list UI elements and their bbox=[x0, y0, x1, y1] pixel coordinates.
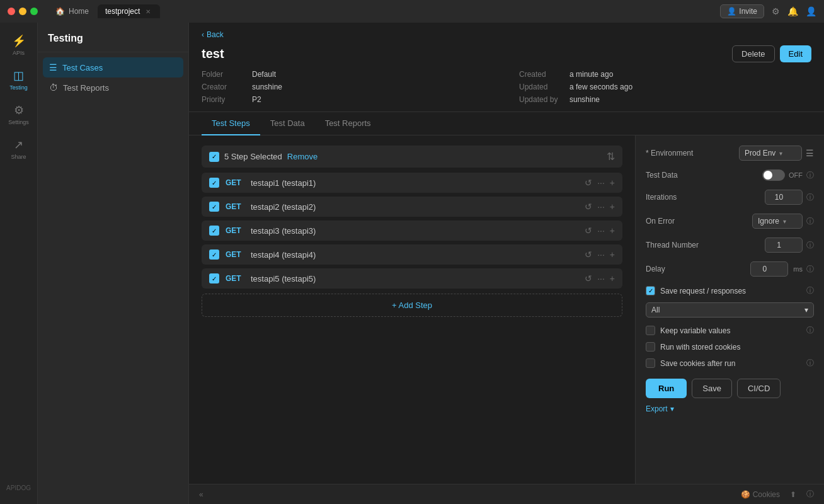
step-more-icon-1[interactable]: ··· bbox=[597, 178, 605, 188]
keep-variables-label: Keep variable values bbox=[660, 326, 801, 335]
info-icon-iterations[interactable]: ⓘ bbox=[806, 192, 814, 203]
tab-close-icon[interactable]: ✕ bbox=[144, 7, 152, 16]
created-label: Created bbox=[519, 70, 564, 79]
info-icon-delay[interactable]: ⓘ bbox=[806, 264, 814, 275]
tab-test-data[interactable]: Test Data bbox=[260, 112, 315, 135]
step-more-icon-2[interactable]: ··· bbox=[597, 202, 605, 212]
step-checkbox-3[interactable]: ✓ bbox=[209, 226, 219, 236]
step-checkbox-4[interactable]: ✓ bbox=[209, 249, 219, 260]
step-checkbox-1[interactable]: ✓ bbox=[209, 178, 219, 188]
save-responses-label: Save request / responses bbox=[660, 287, 801, 295]
close-window-button[interactable] bbox=[8, 8, 15, 15]
export-link[interactable]: Export ▾ bbox=[646, 404, 814, 413]
apis-label: APIs bbox=[13, 50, 25, 56]
priority-value: P2 bbox=[252, 95, 261, 104]
step-add-icon-4[interactable]: + bbox=[610, 249, 615, 260]
on-error-dropdown[interactable]: Ignore ▾ bbox=[752, 214, 803, 229]
created-value: a minute ago bbox=[569, 70, 613, 79]
environment-dropdown[interactable]: Prod Env ▾ bbox=[739, 146, 802, 161]
table-row: ✓ GET testapi5 (testapi5) ↺ ··· + bbox=[202, 268, 622, 289]
traffic-lights bbox=[8, 8, 38, 15]
nav-item-test-reports[interactable]: ⏱ Test Reports bbox=[43, 77, 183, 98]
delay-input[interactable] bbox=[750, 261, 788, 277]
run-stored-cookies-row: Run with stored cookies bbox=[646, 342, 814, 352]
test-data-toggle[interactable]: OFF bbox=[762, 169, 803, 181]
step-add-icon-1[interactable]: + bbox=[610, 178, 615, 188]
delay-field[interactable] bbox=[757, 265, 782, 273]
on-error-control: Ignore ▾ ⓘ bbox=[752, 214, 814, 229]
step-replay-icon-5[interactable]: ↺ bbox=[585, 273, 592, 284]
step-replay-icon-1[interactable]: ↺ bbox=[585, 178, 592, 188]
steps-area: ✓ 5 Step Selected Remove ⇅ ✓ GET testapi… bbox=[189, 135, 635, 484]
testing-label: Testing bbox=[9, 84, 28, 91]
save-button[interactable]: Save bbox=[692, 379, 732, 398]
iterations-input[interactable] bbox=[765, 190, 803, 205]
save-responses-checkbox[interactable]: ✓ bbox=[646, 286, 655, 295]
meta-created: Created a minute ago bbox=[519, 70, 811, 79]
back-link[interactable]: ‹ Back bbox=[202, 30, 811, 39]
run-stored-cookies-checkbox[interactable] bbox=[646, 342, 655, 352]
all-dropdown[interactable]: All ▾ bbox=[646, 302, 814, 318]
nav-item-test-cases[interactable]: ☰ Test Cases bbox=[43, 57, 183, 77]
save-cookies-checkbox[interactable] bbox=[646, 358, 655, 368]
collapse-sidebar-button[interactable]: « bbox=[199, 490, 203, 499]
maximize-window-button[interactable] bbox=[30, 8, 38, 15]
step-replay-icon-4[interactable]: ↺ bbox=[585, 249, 592, 260]
run-stored-cookies-label: Run with stored cookies bbox=[660, 343, 814, 352]
content-tabs: Test Steps Test Data Test Reports bbox=[189, 112, 824, 135]
selection-bar: ✓ 5 Step Selected Remove ⇅ bbox=[202, 146, 622, 168]
toggle-switch[interactable] bbox=[762, 169, 785, 181]
iterations-field[interactable] bbox=[771, 193, 796, 202]
updated-label: Updated bbox=[519, 83, 564, 91]
keep-variables-checkbox[interactable] bbox=[646, 326, 655, 335]
step-add-icon-2[interactable]: + bbox=[610, 202, 615, 212]
info-icon-save-cookies[interactable]: ⓘ bbox=[806, 358, 814, 369]
step-more-icon-4[interactable]: ··· bbox=[597, 249, 605, 260]
step-add-icon-3[interactable]: + bbox=[610, 226, 615, 236]
run-button[interactable]: Run bbox=[646, 379, 687, 398]
tab-home[interactable]: 🏠 Home bbox=[48, 4, 96, 18]
delete-button[interactable]: Delete bbox=[732, 45, 775, 62]
minimize-window-button[interactable] bbox=[19, 8, 26, 15]
sidebar-item-share[interactable]: ↗ Share bbox=[3, 133, 35, 165]
info-icon-thread[interactable]: ⓘ bbox=[806, 240, 814, 251]
info-icon-on-error[interactable]: ⓘ bbox=[806, 216, 814, 227]
info-icon-test-data[interactable]: ⓘ bbox=[806, 170, 814, 181]
settings-sidebar-icon: ⚙ bbox=[14, 103, 24, 117]
info-icon-keep-variables[interactable]: ⓘ bbox=[806, 325, 814, 336]
steps-adjust-icon[interactable]: ⇅ bbox=[607, 151, 615, 163]
step-more-icon-5[interactable]: ··· bbox=[597, 273, 605, 284]
sidebar-item-settings[interactable]: ⚙ Settings bbox=[3, 98, 35, 130]
sidebar-item-apis[interactable]: ⚡ APIs bbox=[3, 29, 35, 61]
remove-link[interactable]: Remove bbox=[287, 152, 318, 161]
thread-number-input[interactable] bbox=[765, 238, 803, 253]
test-data-row: Test Data OFF ⓘ bbox=[646, 169, 814, 181]
cicd-button[interactable]: CI/CD bbox=[737, 379, 781, 398]
tab-test-steps[interactable]: Test Steps bbox=[202, 112, 260, 135]
step-add-icon-5[interactable]: + bbox=[610, 273, 615, 284]
thread-number-field[interactable] bbox=[771, 241, 796, 249]
sidebar-item-testing[interactable]: ◫ Testing bbox=[3, 64, 35, 96]
step-actions-3: ↺ ··· + bbox=[585, 226, 615, 236]
tab-test-reports[interactable]: Test Reports bbox=[315, 112, 381, 135]
upload-button[interactable]: ⬆ bbox=[790, 489, 796, 500]
iterations-row: Iterations ⓘ bbox=[646, 190, 814, 205]
select-all-checkbox[interactable]: ✓ bbox=[209, 152, 219, 162]
step-replay-icon-2[interactable]: ↺ bbox=[585, 202, 592, 212]
list-icon[interactable]: ☰ bbox=[806, 148, 814, 158]
bell-icon[interactable]: 🔔 bbox=[787, 6, 798, 16]
meta-grid: Folder Default Created a minute ago Crea… bbox=[202, 70, 811, 104]
add-step-button[interactable]: + Add Step bbox=[202, 294, 622, 317]
step-replay-icon-3[interactable]: ↺ bbox=[585, 226, 592, 236]
step-checkbox-2[interactable]: ✓ bbox=[209, 202, 219, 212]
edit-button[interactable]: Edit bbox=[780, 45, 811, 62]
info-button[interactable]: ⓘ bbox=[806, 489, 814, 500]
settings-icon[interactable]: ⚙ bbox=[772, 6, 780, 16]
invite-button[interactable]: 👤 Invite bbox=[720, 4, 764, 18]
step-more-icon-3[interactable]: ··· bbox=[597, 226, 605, 236]
tab-testproject[interactable]: testproject ✕ bbox=[98, 4, 160, 18]
info-icon-save-responses[interactable]: ⓘ bbox=[806, 285, 814, 296]
step-checkbox-5[interactable]: ✓ bbox=[209, 273, 219, 284]
cookies-button[interactable]: 🍪 Cookies bbox=[741, 489, 780, 500]
avatar[interactable]: 👤 bbox=[806, 6, 816, 16]
